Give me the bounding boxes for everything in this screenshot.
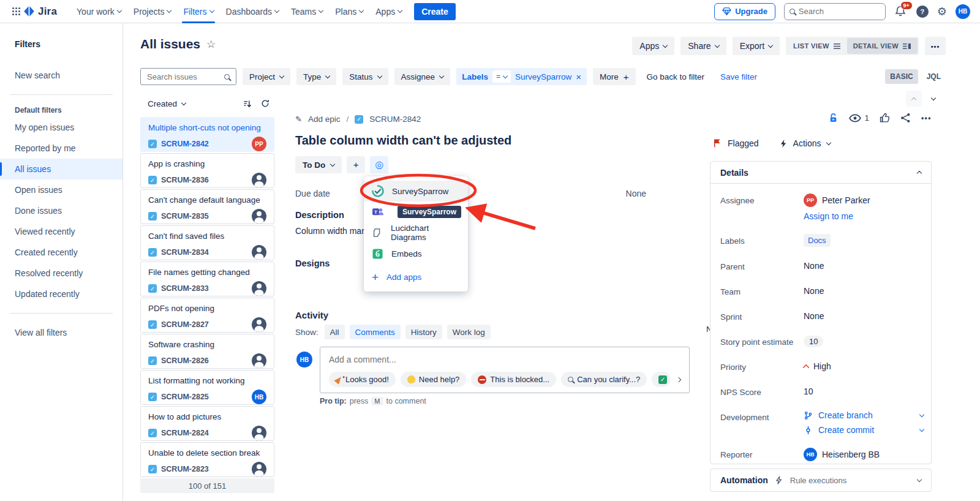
list-item[interactable]: Unable to delete section break SCRUM-282… xyxy=(140,442,274,477)
tab-history[interactable]: History xyxy=(405,325,442,339)
go-back-to-filter-link[interactable]: Go back to filter xyxy=(647,72,705,81)
global-search[interactable] xyxy=(784,3,886,20)
unlock-icon[interactable] xyxy=(828,113,839,123)
next-issue-button[interactable] xyxy=(928,93,939,104)
tab-work-log[interactable]: Work log xyxy=(447,325,491,339)
detail-view-toggle[interactable]: DETAIL VIEW xyxy=(847,38,918,54)
more-options-icon[interactable] xyxy=(925,37,946,55)
nav-teams[interactable]: Teams xyxy=(285,0,329,23)
nav-filters[interactable]: Filters xyxy=(177,0,219,23)
nav-your-work[interactable]: Your work xyxy=(70,0,127,23)
sidebar-item-all-issues[interactable]: All issues xyxy=(0,159,123,179)
sidebar-item-new-search[interactable]: New search xyxy=(0,65,123,86)
quick-reply-clarify[interactable]: Can you clarify...? xyxy=(561,372,647,387)
share-icon[interactable] xyxy=(900,113,911,123)
add-apps-button[interactable]: Add apps xyxy=(364,266,468,288)
app-switcher-icon[interactable] xyxy=(12,7,14,9)
filter-status[interactable]: Status xyxy=(342,68,388,85)
nav-dashboards[interactable]: Dashboards xyxy=(220,0,285,23)
quick-reply-this[interactable]: Thi xyxy=(652,372,671,387)
reporter-name[interactable]: Heisenberg BB xyxy=(822,450,880,459)
star-icon[interactable] xyxy=(206,38,216,51)
help-icon[interactable] xyxy=(916,6,929,18)
list-view-toggle[interactable]: LIST VIEW xyxy=(787,38,847,54)
list-item[interactable]: Software crashing SCRUM-2826 xyxy=(140,334,274,369)
team-value[interactable]: None xyxy=(804,285,824,297)
apps-button[interactable]: Apps xyxy=(632,37,674,55)
menu-item-embeds[interactable]: Embeds xyxy=(364,243,468,264)
assignee-name[interactable]: Peter Parker xyxy=(822,195,870,205)
filter-type[interactable]: Type xyxy=(296,68,336,85)
close-icon[interactable] xyxy=(576,72,581,82)
add-epic-link[interactable]: Add epic xyxy=(308,115,341,124)
issue-key[interactable]: SCRUM-2842 xyxy=(369,115,421,124)
gear-icon[interactable] xyxy=(937,6,947,17)
watchers-icon[interactable] xyxy=(849,114,861,122)
tab-all[interactable]: All xyxy=(325,325,345,339)
thumbs-up-icon[interactable] xyxy=(880,113,890,123)
save-filter-link[interactable]: Save filter xyxy=(720,72,757,81)
quick-reply-blocked[interactable]: This is blocked... xyxy=(471,372,556,387)
quick-reply-looks-good[interactable]: Looks good! xyxy=(329,372,396,387)
assign-to-me-link[interactable]: Assign to me xyxy=(804,211,853,221)
nav-projects[interactable]: Projects xyxy=(127,0,178,23)
sidebar-item-updated-recently[interactable]: Updated recently xyxy=(0,284,123,304)
export-button[interactable]: Export xyxy=(733,37,780,55)
create-branch-link[interactable]: Create branch xyxy=(804,410,924,420)
add-button[interactable] xyxy=(347,156,365,173)
labels-operator[interactable]: = xyxy=(492,70,511,83)
sidebar-item-done-issues[interactable]: Done issues xyxy=(0,200,123,221)
nav-apps[interactable]: Apps xyxy=(369,0,408,23)
sprint-value[interactable]: None xyxy=(804,310,824,322)
list-item[interactable]: How to add pictures SCRUM-2824 xyxy=(140,406,274,441)
status-dropdown[interactable]: To Do xyxy=(295,156,342,173)
upgrade-button[interactable]: Upgrade xyxy=(714,3,775,20)
details-panel-header[interactable]: Details xyxy=(710,162,931,184)
sort-field-dropdown[interactable]: Created xyxy=(148,99,186,108)
sidebar-item-my-open-issues[interactable]: My open issues xyxy=(0,117,123,138)
flagged-label[interactable]: Flagged xyxy=(728,138,759,148)
actions-dropdown[interactable]: Actions xyxy=(793,138,821,148)
quick-reply-need-help[interactable]: Need help? xyxy=(401,372,467,387)
list-item[interactable]: File names getting changed SCRUM-2833 xyxy=(140,262,274,296)
basic-mode-button[interactable]: BASIC xyxy=(885,69,918,84)
previous-issue-button[interactable] xyxy=(906,91,922,107)
sidebar-item-view-all-filters[interactable]: View all filters xyxy=(0,322,123,343)
share-button[interactable]: Share xyxy=(680,37,726,55)
sidebar-item-open-issues[interactable]: Open issues xyxy=(0,179,123,200)
list-item[interactable]: Can't find saved files SCRUM-2834 xyxy=(140,225,274,260)
list-item[interactable]: PDFs not opening SCRUM-2827 xyxy=(140,298,274,333)
chevron-right-icon[interactable] xyxy=(676,377,681,382)
chevron-down-icon[interactable] xyxy=(919,426,924,431)
sidebar-item-created-recently[interactable]: Created recently xyxy=(0,242,123,263)
comment-box[interactable]: Looks good! Need help? This is blocked..… xyxy=(320,347,690,393)
comment-input[interactable] xyxy=(329,355,680,364)
apps-target-button[interactable] xyxy=(370,156,388,173)
priority-value[interactable]: High xyxy=(813,361,831,371)
user-avatar[interactable]: HB xyxy=(956,4,970,19)
label-chip-docs[interactable]: Docs xyxy=(804,234,831,247)
notifications-button[interactable]: 9+ xyxy=(894,5,908,18)
filter-labels-chip[interactable]: Labels = SurveySparrow xyxy=(456,68,587,85)
parent-value[interactable]: None xyxy=(804,260,824,272)
create-commit-link[interactable]: Create commit xyxy=(804,425,924,435)
more-options-icon[interactable] xyxy=(921,114,932,122)
global-search-input[interactable] xyxy=(799,7,866,16)
filter-assignee[interactable]: Assignee xyxy=(394,68,451,85)
sidebar-item-viewed-recently[interactable]: Viewed recently xyxy=(0,221,123,242)
jql-mode-button[interactable]: JQL xyxy=(922,69,946,84)
due-date-value[interactable]: None xyxy=(622,189,646,198)
create-button[interactable]: Create xyxy=(414,3,456,20)
menu-item-lucidchart[interactable]: Lucidchart Diagrams xyxy=(364,222,468,243)
filter-more[interactable]: More xyxy=(593,68,636,85)
list-item[interactable]: App is crashing SCRUM-2836 xyxy=(140,153,274,188)
automation-panel[interactable]: Automation Rule executions xyxy=(710,469,932,492)
jira-logo[interactable]: Jira xyxy=(23,5,57,18)
filter-project[interactable]: Project xyxy=(243,68,290,85)
search-issues-field[interactable] xyxy=(140,68,236,85)
search-issues-input[interactable] xyxy=(147,72,214,81)
menu-item-microsoft-teams[interactable]: T SurveySparrow s xyxy=(364,202,468,222)
story-point-value[interactable]: 10 xyxy=(804,336,823,347)
refresh-icon[interactable] xyxy=(261,99,270,108)
list-item[interactable]: Multiple short-cuts not opening SCRUM-28… xyxy=(140,117,274,152)
